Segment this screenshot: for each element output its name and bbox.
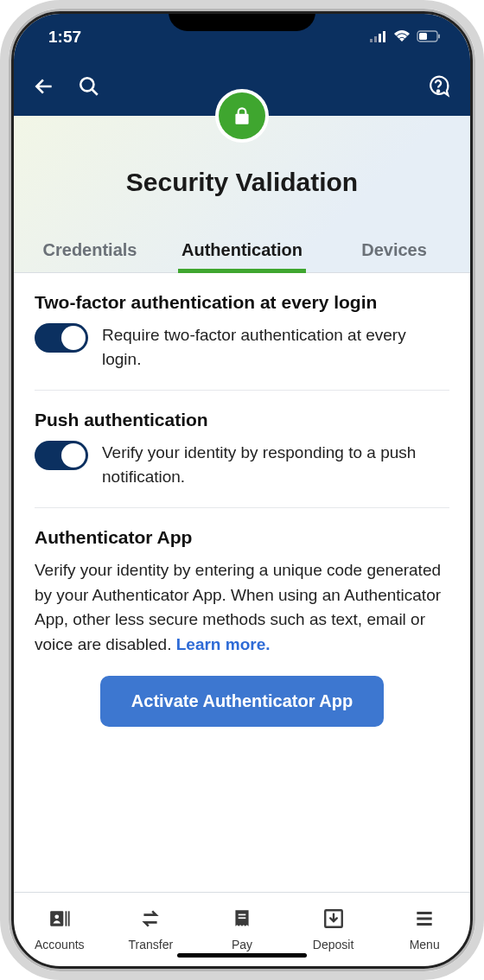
svg-rect-2 <box>379 34 381 42</box>
pay-icon <box>229 907 255 933</box>
cellular-icon <box>370 28 387 47</box>
two-factor-desc: Require two-factor authentication at eve… <box>102 323 449 371</box>
battery-icon <box>417 28 441 47</box>
svg-rect-0 <box>370 39 373 42</box>
svg-rect-13 <box>239 914 246 916</box>
push-auth-toggle[interactable] <box>35 441 88 470</box>
nav-accounts-label: Accounts <box>35 938 85 951</box>
svg-rect-11 <box>68 911 70 926</box>
two-factor-toggle[interactable] <box>35 323 88 353</box>
lock-icon <box>219 92 265 139</box>
nav-deposit-label: Deposit <box>313 938 353 951</box>
section-authenticator-app: Authenticator App Verify your identity b… <box>35 508 449 748</box>
device-notch <box>169 0 315 31</box>
page-title: Security Validation <box>14 156 470 226</box>
svg-point-12 <box>54 914 59 919</box>
help-icon[interactable] <box>425 87 451 102</box>
svg-rect-6 <box>419 33 427 40</box>
svg-rect-1 <box>374 36 377 42</box>
transfer-icon <box>137 907 163 933</box>
nav-accounts[interactable]: Accounts <box>14 893 105 966</box>
activate-authenticator-button[interactable]: Activate Authenticator App <box>100 676 384 727</box>
learn-more-link[interactable]: Learn more. <box>176 635 271 653</box>
menu-icon <box>411 907 437 933</box>
status-time: 1:57 <box>48 28 81 47</box>
wifi-icon <box>393 28 411 47</box>
push-auth-title: Push authentication <box>35 410 449 430</box>
deposit-icon <box>321 907 347 933</box>
home-indicator[interactable] <box>177 953 307 958</box>
svg-point-8 <box>437 90 439 92</box>
nav-transfer-label: Transfer <box>129 938 174 951</box>
push-auth-desc: Verify your identity by responding to a … <box>102 441 449 488</box>
tabs: Credentials Authentication Devices <box>14 226 470 273</box>
authapp-title: Authenticator App <box>35 527 449 548</box>
nav-menu-label: Menu <box>410 938 440 951</box>
svg-rect-10 <box>65 911 67 926</box>
section-two-factor: Two-factor authentication at every login… <box>35 273 449 391</box>
section-push-auth: Push authentication Verify your identity… <box>35 391 449 508</box>
app-nav-bar <box>14 60 470 116</box>
tab-devices[interactable]: Devices <box>318 226 470 272</box>
authapp-body: Verify your identity by entering a uniqu… <box>35 558 449 657</box>
nav-menu[interactable]: Menu <box>379 893 470 966</box>
svg-point-7 <box>80 78 93 91</box>
svg-rect-14 <box>239 917 246 919</box>
svg-rect-3 <box>383 31 385 42</box>
nav-pay-label: Pay <box>232 938 252 951</box>
two-factor-title: Two-factor authentication at every login <box>35 292 449 313</box>
tab-credentials[interactable]: Credentials <box>14 226 166 272</box>
back-icon[interactable] <box>33 75 55 101</box>
accounts-icon <box>47 907 73 933</box>
tab-authentication[interactable]: Authentication <box>166 226 318 272</box>
svg-rect-5 <box>438 35 440 39</box>
search-icon[interactable] <box>78 75 100 101</box>
